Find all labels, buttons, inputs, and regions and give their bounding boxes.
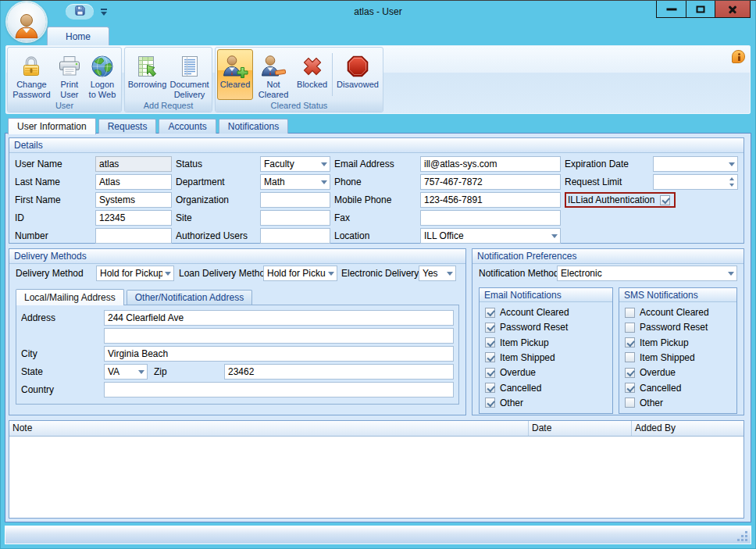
location-combo[interactable]: ILL Office	[420, 228, 561, 244]
city-field[interactable]	[104, 346, 454, 362]
country-field[interactable]	[104, 382, 454, 397]
save-button[interactable]	[66, 4, 94, 20]
resize-grip[interactable]	[736, 530, 747, 541]
notes-table-body[interactable]	[9, 437, 744, 518]
checkbox-label: Cancelled	[640, 383, 681, 394]
number-field[interactable]	[95, 228, 172, 244]
email-item-pickup-row[interactable]: Item Pickup	[485, 337, 607, 348]
organization-field[interactable]	[260, 192, 330, 208]
column-header-note[interactable]: Note	[9, 421, 529, 436]
tab-other-notification-address[interactable]: Other/Notification Address	[127, 290, 252, 305]
status-combo[interactable]: Faculty	[260, 156, 330, 172]
change-password-button[interactable]: Change Password	[9, 49, 54, 100]
print-user-button[interactable]: Print User	[54, 49, 85, 100]
tab-notifications[interactable]: Notifications	[219, 119, 288, 134]
site-field[interactable]	[260, 210, 330, 226]
checkbox[interactable]	[485, 323, 495, 333]
minimize-button[interactable]	[657, 1, 686, 17]
cleared-button[interactable]: Cleared	[217, 49, 253, 100]
ribbon-group-add-request-buttons: Borrowing Document Delivery	[125, 48, 212, 100]
checkbox[interactable]	[485, 397, 495, 408]
sms-password-reset-row[interactable]: Password Reset	[625, 322, 731, 333]
fax-field[interactable]	[420, 210, 561, 226]
email-address-field[interactable]	[420, 156, 561, 172]
checkbox[interactable]	[625, 383, 635, 393]
blocked-button[interactable]: Blocked	[294, 49, 330, 100]
column-header-date[interactable]: Date	[529, 421, 632, 436]
state-label: State	[21, 364, 104, 380]
document-grid-icon	[177, 52, 202, 80]
ribbon-tab-home[interactable]: Home	[47, 27, 109, 45]
customize-toolbar-dropdown-icon[interactable]	[100, 7, 109, 16]
ribbon-button-label: Change Password	[12, 80, 51, 99]
sms-overdue-row[interactable]: Overdue	[625, 367, 731, 378]
checkbox[interactable]	[625, 352, 635, 362]
checkbox[interactable]	[625, 368, 635, 378]
document-delivery-button[interactable]: Document Delivery	[168, 49, 211, 100]
ribbon-group-label: Add Request	[125, 100, 212, 112]
borrowing-button[interactable]: Borrowing	[127, 49, 168, 100]
address-line1-field[interactable]	[104, 310, 454, 326]
email-overdue-row[interactable]: Overdue	[485, 367, 607, 378]
authorized-users-field[interactable]	[260, 228, 330, 244]
close-button[interactable]	[715, 1, 750, 17]
logon-to-web-button[interactable]: Logon to Web	[85, 49, 119, 100]
email-account-cleared-row[interactable]: Account Cleared	[485, 307, 607, 318]
tab-requests[interactable]: Requests	[98, 119, 157, 134]
address-line2-field[interactable]	[104, 328, 454, 344]
request-limit-spinner[interactable]	[653, 174, 738, 190]
checkbox[interactable]	[625, 308, 635, 318]
title-bar[interactable]: atlas - User	[0, 1, 756, 23]
sms-item-pickup-row[interactable]: Item Pickup	[625, 337, 731, 348]
checkbox[interactable]	[485, 383, 495, 393]
tab-accounts[interactable]: Accounts	[159, 119, 216, 134]
delivery-method-combo[interactable]: Hold for Pickup	[96, 266, 174, 281]
ribbon-group-cleared-status: Cleared	[215, 47, 383, 112]
id-field[interactable]	[95, 210, 172, 226]
checkbox[interactable]	[485, 337, 495, 348]
loan-delivery-method-combo[interactable]: Hold for Pickup	[263, 266, 337, 281]
mobile-phone-field[interactable]	[420, 192, 561, 208]
sms-item-shipped-row[interactable]: Item Shipped	[625, 352, 731, 363]
sms-cancelled-row[interactable]: Cancelled	[625, 383, 731, 394]
application-menu-button[interactable]	[7, 2, 46, 41]
first-name-field[interactable]	[95, 192, 172, 208]
checkbox[interactable]	[485, 308, 495, 318]
checkbox[interactable]	[485, 368, 495, 378]
not-cleared-button[interactable]: Not Cleared	[253, 49, 294, 100]
department-combo[interactable]: Math	[260, 174, 330, 190]
checkbox[interactable]	[625, 337, 635, 348]
expiration-date-combo[interactable]	[653, 156, 738, 172]
ribbon-group-label: Cleared Status	[216, 100, 383, 112]
checkbox[interactable]	[625, 323, 635, 333]
maximize-button[interactable]	[686, 1, 715, 17]
delivery-method-label: Delivery Method	[16, 266, 96, 281]
sms-account-cleared-row[interactable]: Account Cleared	[625, 307, 731, 318]
email-item-shipped-row[interactable]: Item Shipped	[485, 352, 607, 363]
state-combo[interactable]: VA	[104, 364, 148, 380]
disavowed-button[interactable]: Disavowed	[334, 49, 381, 100]
tab-user-information[interactable]: User Information	[8, 118, 96, 134]
email-cancelled-row[interactable]: Cancelled	[485, 383, 607, 394]
email-other-row[interactable]: Other	[485, 397, 607, 408]
user-name-field[interactable]	[95, 156, 172, 172]
checkbox-label: Password Reset	[500, 322, 568, 333]
notification-method-combo[interactable]: Electronic	[557, 266, 737, 281]
checkbox[interactable]	[625, 397, 635, 408]
last-name-field[interactable]	[95, 174, 172, 190]
illiad-authentication-checkbox[interactable]	[660, 195, 670, 205]
spin-down-icon[interactable]	[729, 184, 734, 187]
phone-field[interactable]	[420, 174, 561, 190]
checkbox[interactable]	[485, 352, 495, 362]
zip-field[interactable]	[224, 364, 454, 380]
email-password-reset-row[interactable]: Password Reset	[485, 322, 607, 333]
electronic-delivery-combo[interactable]: Yes	[419, 266, 456, 281]
chevron-down-icon	[165, 272, 171, 276]
tab-local-mailing-address[interactable]: Local/Mailing Address	[16, 289, 124, 305]
help-icon[interactable]	[732, 50, 745, 63]
spinner-buttons[interactable]	[729, 177, 735, 187]
spin-up-icon[interactable]	[729, 177, 734, 180]
column-header-added-by[interactable]: Added By	[632, 421, 744, 436]
sms-other-row[interactable]: Other	[625, 397, 731, 408]
illiad-authentication-field[interactable]: ILLiad Authentication	[565, 192, 676, 208]
